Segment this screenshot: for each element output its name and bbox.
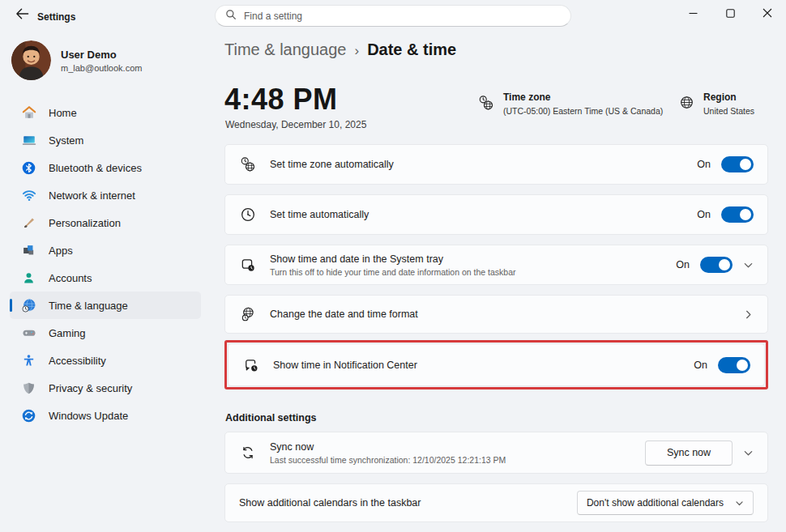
page-title: Date & time <box>367 40 456 59</box>
notification-center-toggle[interactable] <box>718 357 750 373</box>
system-tray-toggle[interactable] <box>700 257 733 273</box>
brush-icon <box>21 215 36 231</box>
row-additional-calendars: Show additional calendars in the taskbar… <box>224 483 768 522</box>
system-icon <box>21 133 36 148</box>
sidebar-item-label: Gaming <box>49 327 86 339</box>
setting-label: Set time zone automatically <box>270 159 394 170</box>
minimize-button[interactable] <box>674 0 711 28</box>
setting-label: Show additional calendars in the taskbar <box>239 497 421 509</box>
region-value: United States <box>703 106 754 116</box>
calendars-dropdown[interactable]: Don't show additional calendars <box>577 491 754 515</box>
sidebar-item-network-internet[interactable]: Network & internet <box>10 181 201 209</box>
gamepad-icon <box>21 326 36 341</box>
set-timezone-toggle[interactable] <box>721 156 754 172</box>
globe-clock-icon <box>21 298 36 313</box>
setting-label: Set time automatically <box>270 209 369 220</box>
setting-label: Sync now <box>270 441 506 453</box>
region-info: Region United States <box>679 92 754 116</box>
apps-icon <box>21 243 36 258</box>
sidebar-item-label: Privacy & security <box>49 382 132 394</box>
row-set-time-automatically: Set time automatically On <box>224 194 768 235</box>
search-box[interactable] <box>215 5 571 27</box>
back-arrow-icon <box>15 7 29 23</box>
sidebar-item-label: Time & language <box>49 300 128 312</box>
timezone-info: Time zone (UTC-05:00) Eastern Time (US &… <box>478 92 663 116</box>
sidebar-item-home[interactable]: Home <box>10 99 201 126</box>
toggle-state-label: On <box>697 159 711 170</box>
notification-clock-icon <box>242 356 259 373</box>
sidebar-item-system[interactable]: System <box>10 126 201 154</box>
bluetooth-icon <box>21 160 36 176</box>
person-icon <box>21 270 36 286</box>
sidebar-item-label: Windows Update <box>49 410 128 422</box>
sync-now-button[interactable]: Sync now <box>645 440 733 466</box>
setting-label: Show time and date in the System tray <box>270 253 516 265</box>
row-sync-now: Sync now Last successful time synchroniz… <box>224 432 768 474</box>
setting-label: Change the date and time format <box>270 309 418 320</box>
home-icon <box>21 105 36 121</box>
avatar <box>11 40 51 80</box>
maximize-icon <box>726 6 735 21</box>
close-button[interactable] <box>749 0 786 28</box>
maximize-button[interactable] <box>711 0 749 28</box>
chevron-down-icon[interactable] <box>743 260 754 270</box>
sidebar-item-label: Personalization <box>49 217 121 229</box>
red-highlight-box: Show time in Notification Center On <box>224 340 768 389</box>
accessibility-icon <box>21 353 36 368</box>
globe-icon <box>679 95 694 116</box>
sidebar-item-bluetooth-devices[interactable]: Bluetooth & devices <box>10 154 201 181</box>
sidebar-item-label: Apps <box>49 245 73 257</box>
sidebar-item-gaming[interactable]: Gaming <box>10 319 201 347</box>
minimize-icon <box>689 6 698 21</box>
toggle-state-label: On <box>694 360 707 371</box>
titlebar: Settings <box>0 0 786 29</box>
sidebar-item-label: Network & internet <box>49 189 135 202</box>
sidebar-item-accessibility[interactable]: Accessibility <box>10 347 201 374</box>
window-controls <box>674 0 786 28</box>
sidebar-item-privacy-security[interactable]: Privacy & security <box>10 374 201 402</box>
sidebar-item-accounts[interactable]: Accounts <box>10 264 201 292</box>
back-button[interactable] <box>10 6 34 24</box>
shield-icon <box>21 381 36 396</box>
sidebar-nav: Home System Bluetooth & devices Network … <box>0 99 209 429</box>
row-change-date-time-format[interactable]: Change the date and time format <box>224 295 768 334</box>
timezone-value: (UTC-05:00) Eastern Time (US & Canada) <box>503 106 663 116</box>
toggle-knob <box>740 159 751 170</box>
breadcrumb-parent[interactable]: Time & language <box>224 40 346 59</box>
user-profile[interactable]: User Demo m_lab@outlook.com <box>11 40 142 80</box>
row-show-time-notification-center: Show time in Notification Center On <box>228 343 765 386</box>
dropdown-value: Don't show additional calendars <box>587 497 724 509</box>
additional-settings-header: Additional settings <box>225 412 768 423</box>
toggle-knob <box>719 259 730 270</box>
sync-icon <box>239 445 256 462</box>
chevron-down-icon <box>735 499 744 508</box>
clock-globe-icon <box>239 156 256 173</box>
sidebar-item-personalization[interactable]: Personalization <box>10 209 201 236</box>
settings-list: Set time zone automatically On Set time … <box>224 144 768 522</box>
timezone-label: Time zone <box>503 92 663 103</box>
row-system-tray-time: Show time and date in the System tray Tu… <box>224 245 768 285</box>
globe-small-clock-icon <box>239 306 256 323</box>
sidebar-item-label: Accessibility <box>49 355 106 367</box>
sidebar-item-windows-update[interactable]: Windows Update <box>10 402 201 429</box>
sidebar-item-time-language[interactable]: Time & language <box>10 292 201 319</box>
search-input[interactable] <box>244 11 561 22</box>
sidebar-item-apps[interactable]: Apps <box>10 236 201 264</box>
update-icon <box>21 408 36 423</box>
wifi-icon <box>21 188 36 203</box>
toggle-knob <box>737 360 748 371</box>
breadcrumb-separator: › <box>354 43 359 59</box>
sidebar-item-label: System <box>49 134 83 147</box>
app-title: Settings <box>37 11 75 23</box>
chevron-down-icon[interactable] <box>743 448 754 458</box>
setting-description: Turn this off to hide your time and date… <box>270 267 516 277</box>
sidebar-item-label: Home <box>49 107 77 119</box>
setting-description: Last successful time synchronization: 12… <box>270 455 506 465</box>
sidebar-item-label: Accounts <box>49 272 92 284</box>
toggle-knob <box>740 209 751 220</box>
region-label: Region <box>703 92 754 103</box>
chevron-right-icon <box>743 309 754 320</box>
sidebar-item-label: Bluetooth & devices <box>49 162 142 174</box>
tray-clock-icon <box>239 257 256 274</box>
set-time-toggle[interactable] <box>721 206 754 223</box>
